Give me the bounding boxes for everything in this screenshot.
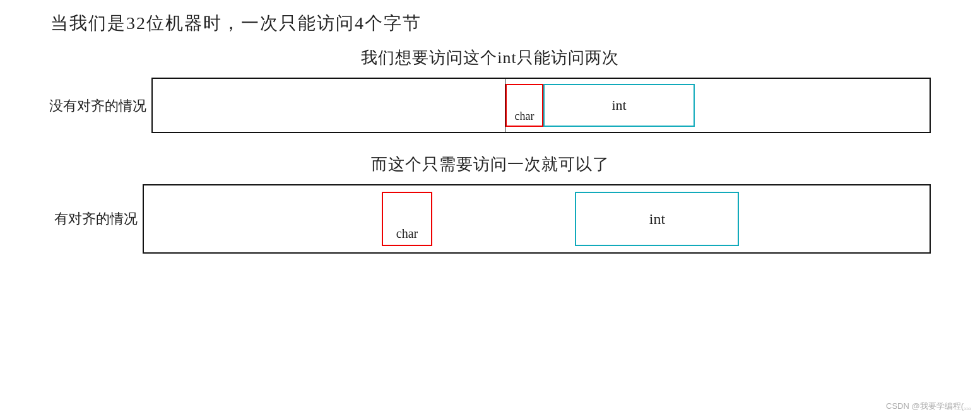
unaligned-int-label: int bbox=[611, 97, 626, 114]
unaligned-memory-bar: char int bbox=[151, 78, 931, 133]
aligned-gap bbox=[432, 185, 575, 252]
unaligned-memory-bar-wrapper: char int bbox=[151, 78, 931, 134]
unaligned-row: 没有对齐的情况 char int bbox=[49, 78, 931, 134]
unaligned-seg-empty-left bbox=[153, 79, 505, 132]
bottom-subtitle: 而这个只需要访问一次就可以了 bbox=[371, 153, 610, 175]
main-container: 当我们是32位机器时，一次只能访问4个字节 我们想要访问这个int只能访问两次 … bbox=[0, 0, 980, 417]
section-aligned: 而这个只需要访问一次就可以了 有对齐的情况 char int bbox=[0, 153, 980, 254]
aligned-memory-bar: char int bbox=[143, 184, 931, 254]
unaligned-char-box: char bbox=[505, 84, 543, 127]
aligned-char-label: char bbox=[396, 226, 418, 241]
unaligned-char-label: char bbox=[515, 110, 534, 123]
unaligned-int-box: int bbox=[543, 84, 695, 127]
unaligned-seg-empty-right bbox=[695, 79, 930, 132]
top-subtitle: 我们想要访问这个int只能访问两次 bbox=[361, 47, 618, 69]
aligned-int-box: int bbox=[575, 192, 739, 246]
page-title: 当我们是32位机器时，一次只能访问4个字节 bbox=[50, 11, 422, 35]
unaligned-label: 没有对齐的情况 bbox=[49, 97, 146, 115]
aligned-seg-empty-right bbox=[739, 185, 930, 252]
aligned-int-label: int bbox=[649, 211, 665, 228]
aligned-row: 有对齐的情况 char int bbox=[49, 184, 931, 254]
aligned-char-box: char bbox=[382, 192, 432, 246]
section-unaligned: 我们想要访问这个int只能访问两次 没有对齐的情况 char int bbox=[0, 47, 980, 134]
aligned-memory-bar-wrapper: char int bbox=[143, 184, 931, 254]
aligned-label: 有对齐的情况 bbox=[49, 209, 138, 228]
watermark: CSDN @我要学编程(꜆꜆꜆ bbox=[886, 401, 971, 412]
aligned-seg-empty-left bbox=[144, 185, 382, 252]
